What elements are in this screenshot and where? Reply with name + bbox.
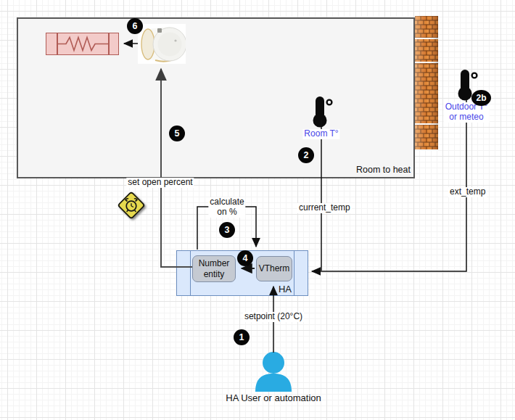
step-badge-2: 2 — [298, 147, 314, 163]
step-badge-6: 6 — [127, 18, 143, 34]
calculate-label: calculate on % — [208, 197, 245, 218]
person-icon — [255, 351, 292, 392]
calculate-line2: on % — [217, 207, 236, 217]
number-entity-line2: entity — [204, 269, 225, 279]
calculate-line1: calculate — [210, 197, 244, 207]
number-entity-line1: Number — [199, 258, 230, 268]
ha-label: HA — [279, 284, 292, 295]
outdoor-temp-line2: or meteo — [449, 112, 483, 122]
setpoint-label: setpoint (20°C) — [243, 312, 304, 322]
resistor-icon — [46, 33, 118, 54]
trv-valve-icon — [138, 24, 186, 64]
alarm-clock-sign-icon — [115, 189, 148, 222]
set-open-percent-label: set open percent — [126, 178, 194, 188]
step-badge-4: 4 — [237, 250, 253, 266]
user-label: HA User or automation — [224, 393, 323, 404]
vtherm-node: VTherm — [256, 256, 292, 281]
step-badge-2b: 2b — [471, 90, 491, 106]
room-temp-label: Room T° — [302, 129, 339, 139]
ha-side-bar — [294, 251, 294, 295]
step-badge-1: 1 — [234, 329, 250, 345]
step-badge-3: 3 — [219, 222, 235, 238]
thermometer-icon — [311, 96, 333, 128]
vtherm-label: VTherm — [259, 263, 290, 273]
step-badge-5: 5 — [169, 125, 185, 141]
diagram-canvas: Room to heat Heater TRV — [0, 0, 515, 420]
ext-temp-label: ext_temp — [448, 187, 487, 197]
heater-box — [46, 33, 119, 55]
number-entity-node: Number entity — [192, 255, 236, 282]
current-temp-label: current_temp — [297, 203, 352, 213]
brick-wall — [415, 16, 438, 149]
room-to-heat-label: Room to heat — [356, 165, 411, 175]
ha-side-bar — [190, 251, 191, 295]
